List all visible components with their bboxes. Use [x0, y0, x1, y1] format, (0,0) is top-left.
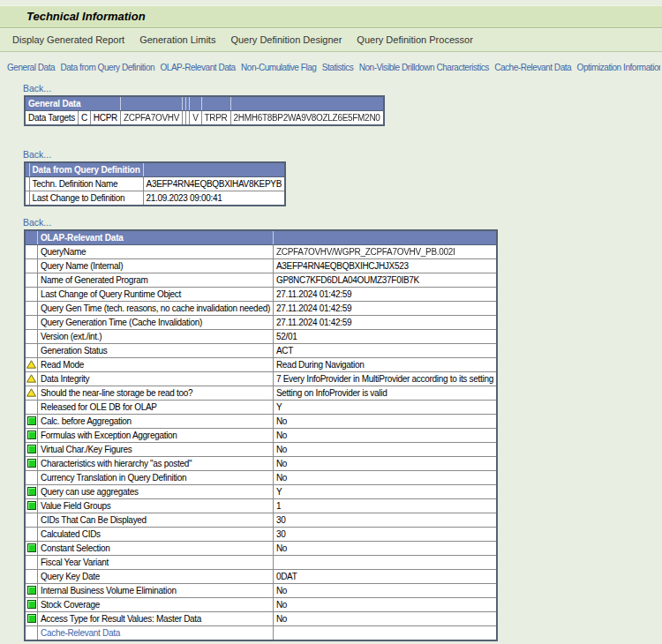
toolbar-item-1[interactable]: Generation Limits	[139, 34, 215, 45]
status-icon-cell	[25, 457, 38, 471]
green-status-icon	[27, 614, 36, 623]
table-cell: C	[78, 111, 90, 126]
back-link-text[interactable]: Back...	[23, 149, 51, 160]
row-value: GP8NC7KFD6DLA04OUMZ37F0IB7K	[273, 273, 496, 288]
back-link[interactable]: Back...	[23, 83, 662, 94]
table-header-row: OLAP-Relevant Data	[25, 230, 497, 245]
row-value: ACT	[273, 344, 496, 358]
row-value: 27.11.2024 01:42:59	[273, 316, 496, 330]
row-value: 27.11.2024 01:42:59	[273, 288, 496, 302]
olap-table: OLAP-Relevant DataQueryNameZCPFA7OVHV/WG…	[24, 229, 498, 641]
status-icon-cell	[25, 443, 38, 457]
table-row: Name of Generated ProgramGP8NC7KFD6DLA04…	[25, 273, 497, 288]
row-label: Released for OLE DB for OLAP	[38, 401, 274, 415]
row-label: Query Key Date	[38, 570, 274, 584]
table-row: Query Generation Time (Cache Invalidatio…	[25, 316, 497, 330]
row-value: No	[273, 542, 496, 556]
status-icon-cell	[25, 626, 38, 641]
status-icon-cell	[25, 273, 38, 288]
toolbar-item-2[interactable]: Query Definition Designer	[230, 34, 342, 45]
table-row: Version (ext./int.)52/01	[25, 330, 497, 344]
nav-link-0[interactable]: General Data	[7, 63, 55, 72]
warning-triangle-icon	[26, 374, 36, 383]
nav-link-4[interactable]: Statistics	[322, 63, 354, 72]
cache-relevant-data-link[interactable]: Cache-Relevant Data	[41, 628, 120, 638]
table-cell: Data Targets	[25, 111, 78, 126]
green-status-icon	[27, 600, 36, 609]
row-label: Query Name (Internal)	[38, 259, 274, 273]
status-icon-cell	[25, 245, 38, 259]
status-icon-cell	[25, 612, 38, 626]
row-label: Query Generation Time (Cache Invalidatio…	[38, 316, 274, 330]
row-label: QueryName	[38, 245, 274, 259]
table-row: Constant SelectionNo	[25, 542, 497, 556]
table-row: Query can use aggregatesY	[25, 485, 497, 499]
green-status-icon	[27, 445, 36, 453]
row-value: Y	[273, 485, 496, 499]
row-label: Name of Generated Program	[38, 273, 274, 288]
general-data-table: General DataData TargetsCHCPRZCPFA7OVHVV…	[24, 95, 385, 126]
row-label: Generation Status	[38, 344, 274, 358]
toolbar: Display Generated ReportGeneration Limit…	[0, 28, 662, 52]
back-link[interactable]: Back...	[23, 217, 662, 228]
table-row: Value Field Groups1	[25, 499, 497, 513]
green-status-icon	[27, 459, 36, 468]
nav-link-5[interactable]: Non-Visible Drilldown Characteristics	[359, 63, 489, 72]
row-value: Read During Navigation	[273, 358, 496, 372]
table-row: Released for OLE DB for OLAPY	[25, 401, 497, 415]
nav-link-3[interactable]: Non-Cumulative Flag	[241, 63, 316, 72]
nav-link-1[interactable]: Data from Query Definition	[60, 63, 154, 72]
row-label: Stock Coverage	[38, 598, 274, 612]
status-icon-cell	[25, 316, 38, 330]
query-definition-table: Data from Query DefinitionTechn. Definit…	[24, 161, 286, 206]
table-header-row: General Data	[25, 96, 384, 111]
toolbar-item-3[interactable]: Query Definition Processor	[357, 34, 472, 45]
table-row: Generation StatusACT	[25, 344, 497, 358]
row-label: Last Change of Query Runtime Object	[38, 288, 274, 302]
row-label: Value Field Groups	[38, 499, 274, 513]
status-icon-cell	[25, 330, 38, 344]
row-value: A3EFP4RN4EQBQBXIHCJHJX523	[273, 259, 496, 273]
row-value: 0DAT	[273, 570, 496, 584]
row-value: ZCPFA7OVHV/WGPR_ZCPFA7OVHV_PB.002I	[273, 245, 496, 259]
status-icon-cell	[25, 570, 38, 584]
row-label: Query Gen Time (tech. reasons, no cache …	[38, 302, 274, 316]
row-value: 27.11.2024 01:42:59	[273, 302, 496, 316]
status-icon-cell	[25, 584, 38, 598]
table-row: Last Change of Query Runtime Object27.11…	[25, 288, 497, 302]
row-value	[273, 626, 496, 641]
table-row: CIDs That Can Be Displayed30	[25, 513, 497, 528]
row-value: 21.09.2023 09:00:41	[143, 191, 285, 206]
green-status-icon	[27, 501, 36, 510]
row-label: Fiscal Year Variant	[38, 556, 274, 570]
row-value: No	[273, 584, 496, 598]
back-link-text[interactable]: Back...	[23, 217, 51, 228]
toolbar-item-0[interactable]: Display Generated Report	[12, 34, 124, 45]
row-value: No	[273, 429, 496, 443]
table-row: Stock CoverageNo	[25, 598, 497, 612]
row-label: Constant Selection	[38, 542, 274, 556]
back-link-text[interactable]: Back...	[23, 83, 51, 94]
row-label: Formulas with Exception Aggregation	[38, 429, 274, 443]
nav-link-7[interactable]: Optimization Information	[577, 63, 660, 72]
row-value: No	[273, 598, 496, 612]
table-row: Read ModeRead During Navigation	[25, 358, 497, 372]
table-row: Currency Translation in Query Definition…	[25, 471, 497, 485]
table-row: Data TargetsCHCPRZCPFA7OVHVVTRPR2HMH6T8B…	[25, 111, 384, 126]
nav-link-6[interactable]: Cache-Relevant Data	[494, 63, 571, 72]
table-row: Characteristics with hierarchy "as poste…	[25, 457, 497, 471]
back-link[interactable]: Back...	[23, 149, 662, 160]
status-icon-cell	[25, 415, 38, 429]
section-nav-links: General Data Data from Query Definition …	[7, 63, 660, 73]
row-value: A3EFP4RN4EQBQBXIHAV8KEPYB	[143, 177, 285, 191]
table-cell: TRPR	[201, 111, 230, 126]
status-icon-cell	[25, 471, 38, 485]
status-icon-cell	[25, 485, 38, 499]
row-value: 30	[273, 528, 496, 542]
row-label: Virtual Char./Key Figures	[38, 443, 274, 457]
row-value: Setting on InfoProvider is valid	[273, 386, 496, 401]
row-value: No	[273, 471, 496, 485]
row-value: No	[273, 443, 496, 457]
nav-link-2[interactable]: OLAP-Relevant Data	[160, 63, 235, 72]
row-label: CIDs That Can Be Displayed	[38, 513, 274, 528]
